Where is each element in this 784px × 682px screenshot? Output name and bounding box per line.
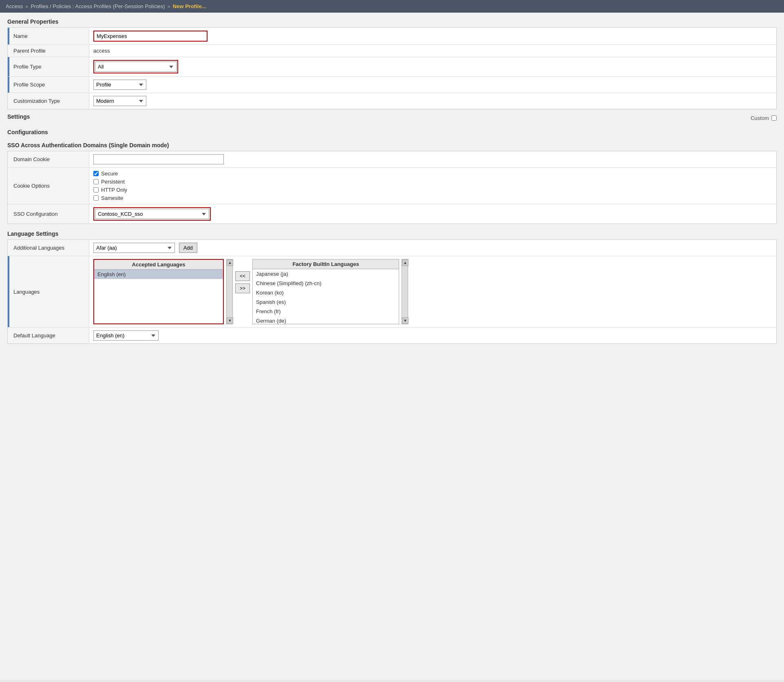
cookie-persistent-checkbox[interactable] <box>93 179 99 184</box>
main-content: General Properties Name Parent Profile a… <box>0 13 784 680</box>
factory-languages-container: Factory BuiltIn Languages Japanese (ja) … <box>252 259 399 324</box>
languages-row: Languages Accepted Languages English (en… <box>8 256 777 328</box>
additional-languages-value-cell: Afar (aa) Abkhazian (ab) Afrikaans (af) … <box>89 240 777 256</box>
customization-type-row: Customization Type Modern Standard <box>8 93 777 109</box>
settings-row: Settings Custom <box>7 113 777 122</box>
custom-checkbox-container: Custom <box>751 115 777 121</box>
sso-config-value-cell: Contoso_KCD_sso <box>89 204 777 224</box>
languages-label: Languages <box>8 256 89 328</box>
factory-scroll-down[interactable]: ▼ <box>402 317 409 324</box>
accepted-scroll-track <box>227 266 232 317</box>
factory-lang-item-chinese[interactable]: Chinese (Simplified) (zh-cn) <box>253 279 399 288</box>
name-label: Name <box>8 28 89 45</box>
parent-profile-value-cell: access <box>89 45 777 57</box>
customization-type-label: Customization Type <box>8 93 89 109</box>
configurations-heading: Configurations <box>7 129 777 135</box>
sso-table: Domain Cookie Cookie Options Secure Pers… <box>7 151 777 224</box>
accepted-languages-header: Accepted Languages <box>94 260 223 270</box>
profile-type-select-wrapper: All LTM SSL-VPN Modern Webtop <box>93 60 178 73</box>
cookie-secure-item[interactable]: Secure <box>93 170 772 177</box>
factory-languages-box: Factory BuiltIn Languages Japanese (ja) … <box>252 259 399 324</box>
accepted-scroll-down[interactable]: ▼ <box>227 317 233 324</box>
cookie-options-row: Cookie Options Secure Persistent HTTP On… <box>8 168 777 204</box>
name-row: Name <box>8 28 777 45</box>
accepted-scroll-up[interactable]: ▲ <box>227 259 233 266</box>
profile-type-value-cell: All LTM SSL-VPN Modern Webtop <box>89 57 777 77</box>
name-input[interactable] <box>93 31 208 42</box>
cookie-options-group: Secure Persistent HTTP Only Samesite <box>93 170 772 201</box>
profile-scope-value-cell: Profile Global Named <box>89 77 777 93</box>
accepted-languages-container: Accepted Languages English (en) <box>93 259 224 324</box>
name-value-cell <box>89 28 777 45</box>
cookie-secure-label: Secure <box>101 170 118 177</box>
parent-profile-label: Parent Profile <box>8 45 89 57</box>
factory-lang-item-german[interactable]: German (de) <box>253 316 399 324</box>
factory-lang-item-spanish[interactable]: Spanish (es) <box>253 297 399 307</box>
profile-type-row: Profile Type All LTM SSL-VPN Modern Webt… <box>8 57 777 77</box>
customization-type-select[interactable]: Modern Standard <box>93 96 146 106</box>
accepted-scrollbar[interactable]: ▲ ▼ <box>226 259 233 324</box>
custom-label: Custom <box>751 115 769 121</box>
transfer-buttons-container: << >> <box>235 259 250 293</box>
factory-languages-header: Factory BuiltIn Languages <box>253 259 399 269</box>
transfer-right-button[interactable]: >> <box>235 283 250 293</box>
profile-scope-row: Profile Scope Profile Global Named <box>8 77 777 93</box>
sso-section-heading: SSO Across Authentication Domains (Singl… <box>7 142 777 148</box>
settings-heading: Settings <box>7 113 30 120</box>
cookie-options-value-cell: Secure Persistent HTTP Only Samesite <box>89 168 777 204</box>
nav-part2: Profiles / Policies : Access Profiles (P… <box>31 3 165 9</box>
profile-type-select[interactable]: All LTM SSL-VPN Modern Webtop <box>95 62 177 72</box>
factory-lang-item-french[interactable]: French (fr) <box>253 307 399 316</box>
cookie-persistent-item[interactable]: Persistent <box>93 179 772 185</box>
general-properties-heading: General Properties <box>7 18 777 25</box>
factory-lang-item-japanese[interactable]: Japanese (ja) <box>253 269 399 279</box>
top-nav-bar: Access » Profiles / Policies : Access Pr… <box>0 0 784 13</box>
cookie-http-only-label: HTTP Only <box>101 187 127 193</box>
cookie-samesite-item[interactable]: Samesite <box>93 195 772 201</box>
cookie-http-only-checkbox[interactable] <box>93 187 99 193</box>
nav-part1: Access <box>6 3 23 9</box>
additional-languages-row: Additional Languages Afar (aa) Abkhazian… <box>8 240 777 256</box>
nav-sep1: » <box>25 3 28 9</box>
profile-type-label: Profile Type <box>8 57 89 77</box>
cookie-options-label: Cookie Options <box>8 168 89 204</box>
factory-scrollbar[interactable]: ▲ ▼ <box>402 259 408 324</box>
cookie-samesite-label: Samesite <box>101 195 123 201</box>
factory-scroll-track <box>402 266 408 317</box>
general-properties-table: Name Parent Profile access Profile Type … <box>7 27 777 109</box>
custom-checkbox[interactable] <box>771 115 777 121</box>
factory-lang-item-korean[interactable]: Korean (ko) <box>253 288 399 297</box>
default-language-select[interactable]: English (en) Japanese (ja) French (fr) <box>93 330 159 341</box>
additional-languages-select[interactable]: Afar (aa) Abkhazian (ab) Afrikaans (af) <box>93 243 175 253</box>
domain-cookie-row: Domain Cookie <box>8 151 777 168</box>
factory-scroll-up[interactable]: ▲ <box>402 259 409 266</box>
customization-type-value-cell: Modern Standard <box>89 93 777 109</box>
languages-dual-list: Accepted Languages English (en) ▲ ▼ << >… <box>93 259 772 324</box>
sso-config-row: SSO Configuration Contoso_KCD_sso <box>8 204 777 224</box>
domain-cookie-value-cell <box>89 151 777 168</box>
language-settings-table: Additional Languages Afar (aa) Abkhazian… <box>7 239 777 344</box>
cookie-http-only-item[interactable]: HTTP Only <box>93 187 772 193</box>
default-language-value-cell: English (en) Japanese (ja) French (fr) <box>89 328 777 344</box>
profile-scope-select[interactable]: Profile Global Named <box>93 80 146 90</box>
cookie-persistent-label: Persistent <box>101 179 125 185</box>
accepted-languages-box: Accepted Languages English (en) <box>93 259 224 324</box>
add-language-button[interactable]: Add <box>179 243 197 253</box>
cookie-samesite-checkbox[interactable] <box>93 195 99 201</box>
nav-part3: New Profile... <box>173 3 206 9</box>
sso-config-select[interactable]: Contoso_KCD_sso <box>95 209 209 219</box>
domain-cookie-input[interactable] <box>93 154 224 164</box>
domain-cookie-label: Domain Cookie <box>8 151 89 168</box>
default-language-label: Default Language <box>8 328 89 344</box>
cookie-secure-checkbox[interactable] <box>93 171 99 176</box>
transfer-left-button[interactable]: << <box>235 271 250 281</box>
parent-profile-row: Parent Profile access <box>8 45 777 57</box>
sso-config-select-wrapper: Contoso_KCD_sso <box>93 207 211 221</box>
additional-languages-label: Additional Languages <box>8 240 89 256</box>
default-language-row: Default Language English (en) Japanese (… <box>8 328 777 344</box>
parent-profile-value: access <box>93 48 110 54</box>
language-settings-heading: Language Settings <box>7 230 777 237</box>
accepted-lang-item-english[interactable]: English (en) <box>94 270 223 279</box>
sso-config-label: SSO Configuration <box>8 204 89 224</box>
languages-value-cell: Accepted Languages English (en) ▲ ▼ << >… <box>89 256 777 328</box>
